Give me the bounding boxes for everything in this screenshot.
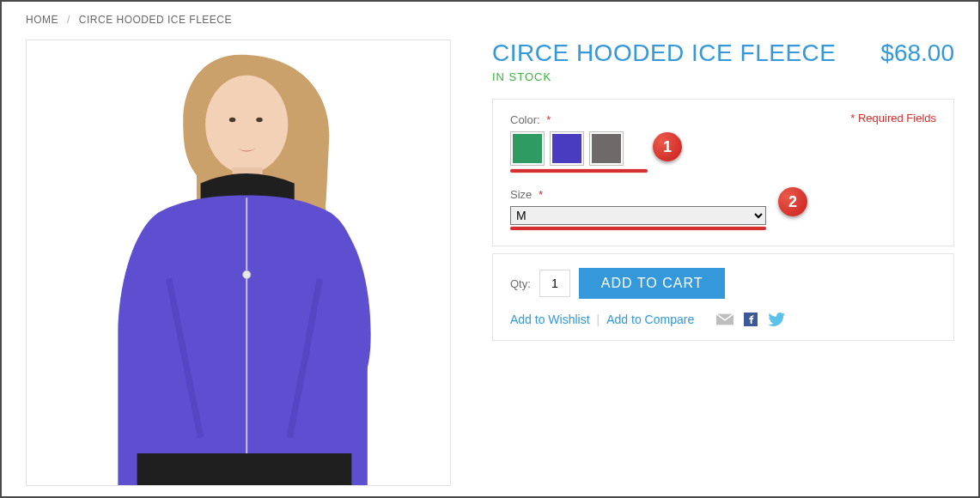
stock-status: IN STOCK [492, 70, 954, 83]
breadcrumb-current: CIRCE HOODED ICE FLEECE [79, 14, 232, 26]
breadcrumb-home[interactable]: HOME [26, 14, 58, 26]
link-separator: | [597, 313, 600, 326]
email-icon[interactable] [716, 313, 733, 326]
product-options: * Required Fields Color: * Siz [492, 99, 954, 246]
svg-point-2 [256, 118, 262, 123]
breadcrumb-separator: / [67, 14, 70, 26]
cart-box: Qty: ADD TO CART Add to Wishlist | Add t… [492, 253, 954, 341]
svg-point-1 [229, 118, 235, 123]
size-select[interactable]: M [510, 206, 766, 225]
annotation-underline-2 [510, 227, 766, 230]
annotation-underline-1 [510, 169, 648, 173]
facebook-icon[interactable] [742, 313, 759, 326]
required-asterisk: * [539, 188, 543, 201]
svg-point-0 [205, 76, 288, 174]
twitter-icon[interactable] [768, 313, 785, 326]
callout-badge-1: 1 [653, 132, 682, 161]
required-fields-note: * Required Fields [850, 112, 936, 125]
add-to-wishlist-link[interactable]: Add to Wishlist [510, 313, 590, 326]
product-title: CIRCE HOODED ICE FLEECE [492, 39, 836, 67]
color-swatch-green[interactable] [510, 131, 545, 166]
breadcrumb: HOME / CIRCE HOODED ICE FLEECE [26, 14, 954, 26]
color-swatch-purple[interactable] [550, 131, 584, 166]
color-swatch-gray[interactable] [589, 131, 624, 166]
add-to-cart-button[interactable]: ADD TO CART [579, 268, 726, 299]
qty-input[interactable] [539, 270, 570, 297]
product-image[interactable] [26, 39, 451, 486]
callout-badge-2: 2 [778, 187, 807, 216]
required-asterisk: * [546, 113, 551, 126]
svg-point-5 [243, 270, 251, 278]
qty-label: Qty: [510, 277, 531, 290]
size-label: Size [510, 188, 532, 201]
color-label: Color: [510, 113, 540, 126]
svg-rect-6 [137, 453, 352, 485]
add-to-compare-link[interactable]: Add to Compare [606, 313, 694, 326]
product-price: $68.00 [880, 39, 954, 67]
